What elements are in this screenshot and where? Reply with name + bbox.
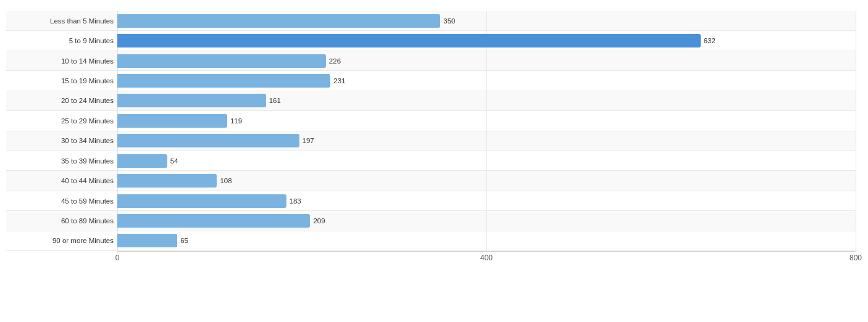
bar-label: 15 to 19 Minutes	[6, 77, 117, 85]
grid-line	[856, 211, 856, 230]
bar-fill	[117, 234, 177, 247]
bar-row: 45 to 59 Minutes183	[6, 191, 856, 211]
bar-label: 30 to 34 Minutes	[6, 137, 117, 144]
bar-fill	[117, 74, 330, 88]
bar-row: 90 or more Minutes65	[6, 231, 856, 251]
bar-fill	[117, 94, 266, 107]
bars-section: Less than 5 Minutes3505 to 9 Minutes6321…	[6, 11, 856, 251]
bar-label: 20 to 24 Minutes	[6, 97, 117, 104]
grid-line	[856, 151, 856, 170]
bar-track: 54	[117, 151, 856, 170]
grid-line	[486, 151, 487, 170]
bar-track: 197	[117, 131, 856, 151]
grid-line	[486, 211, 487, 230]
bar-row: Less than 5 Minutes350	[6, 11, 856, 31]
bar-label: 40 to 44 Minutes	[6, 177, 117, 184]
bar-row: 40 to 44 Minutes108	[6, 171, 856, 191]
bar-row: 30 to 34 Minutes197	[6, 131, 856, 151]
bar-fill	[117, 34, 701, 47]
bar-track: 65	[117, 231, 856, 250]
bar-row: 15 to 19 Minutes231	[6, 71, 856, 91]
bar-row: 25 to 29 Minutes119	[6, 111, 856, 131]
grid-line	[486, 11, 487, 30]
bar-fill	[117, 14, 440, 28]
bar-value: 65	[180, 237, 188, 244]
x-axis-tick: 0	[115, 254, 120, 262]
bar-track: 183	[117, 191, 856, 210]
bar-value: 226	[329, 57, 341, 65]
grid-line	[486, 171, 487, 190]
grid-line	[486, 131, 487, 151]
bar-value: 231	[333, 77, 345, 85]
bar-fill	[117, 154, 167, 168]
x-axis-line	[117, 251, 856, 252]
bar-label: 5 to 9 Minutes	[6, 37, 117, 44]
bar-value: 632	[704, 37, 716, 44]
grid-line	[856, 111, 856, 130]
x-axis-tick: 800	[849, 254, 862, 262]
grid-line	[856, 51, 856, 70]
bar-label: 35 to 39 Minutes	[6, 157, 117, 165]
bar-label: Less than 5 Minutes	[6, 17, 117, 25]
bar-track: 209	[117, 211, 856, 230]
bar-track: 350	[117, 11, 856, 30]
bar-label: 90 or more Minutes	[6, 237, 117, 244]
bar-row: 10 to 14 Minutes226	[6, 51, 856, 71]
grid-line	[856, 131, 856, 151]
grid-line	[486, 111, 487, 130]
bar-track: 226	[117, 51, 856, 70]
grid-line	[486, 91, 487, 110]
grid-line	[856, 171, 856, 190]
bar-fill	[117, 114, 227, 128]
bar-fill	[117, 174, 217, 188]
grid-line	[856, 91, 856, 110]
grid-line	[856, 11, 856, 30]
grid-line	[486, 191, 487, 210]
bar-value: 119	[230, 117, 242, 125]
bar-fill	[117, 214, 310, 228]
bar-fill	[117, 194, 286, 208]
chart-area: Less than 5 Minutes3505 to 9 Minutes6321…	[6, 11, 856, 268]
chart-container: Less than 5 Minutes3505 to 9 Minutes6321…	[0, 0, 868, 322]
grid-line	[486, 51, 487, 70]
bar-fill	[117, 134, 299, 147]
bar-value: 108	[220, 177, 232, 184]
bar-value: 197	[303, 137, 314, 144]
bar-track: 119	[117, 111, 856, 130]
bar-value: 183	[290, 197, 301, 205]
bar-value: 54	[170, 157, 178, 165]
grid-line	[856, 31, 856, 50]
x-axis: 0400800	[117, 251, 856, 268]
bar-label: 25 to 29 Minutes	[6, 117, 117, 125]
bar-track: 231	[117, 71, 856, 90]
bar-value: 350	[443, 17, 455, 25]
bar-row: 35 to 39 Minutes54	[6, 151, 856, 171]
bar-row: 60 to 89 Minutes209	[6, 211, 856, 231]
bar-label: 60 to 89 Minutes	[6, 217, 117, 225]
bar-value: 209	[313, 217, 325, 225]
bar-label: 10 to 14 Minutes	[6, 57, 117, 65]
grid-line	[856, 191, 856, 210]
bar-value: 161	[269, 97, 281, 104]
bar-row: 20 to 24 Minutes161	[6, 91, 856, 111]
grid-line	[486, 71, 487, 90]
grid-line	[856, 71, 856, 90]
bar-row: 5 to 9 Minutes632	[6, 31, 856, 51]
bar-fill	[117, 54, 326, 68]
bar-label: 45 to 59 Minutes	[6, 197, 117, 205]
bar-track: 632	[117, 31, 856, 50]
bar-track: 108	[117, 171, 856, 190]
bar-track: 161	[117, 91, 856, 110]
grid-line	[486, 231, 487, 250]
grid-line	[856, 231, 856, 250]
x-axis-tick: 400	[480, 254, 493, 262]
